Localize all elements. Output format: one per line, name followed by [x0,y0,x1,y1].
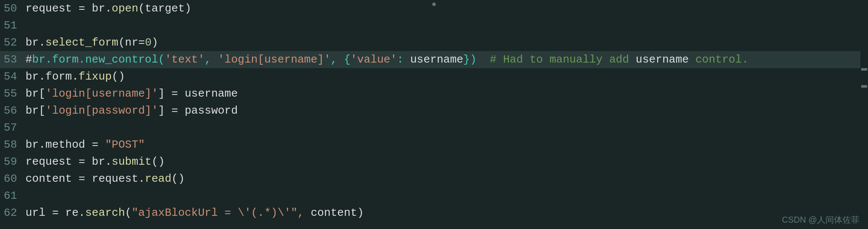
line-content-58: br.method = "POST" [26,136,860,153]
line-number-52: 52 [0,34,26,51]
line-number-55: 55 [0,85,26,102]
line-number-58: 58 [0,136,26,153]
code-line-50: 50 request = br.open(target) [0,0,860,17]
line-number-62: 62 [0,204,26,221]
code-line-62: 62 url = re.search("ajaxBlockUrl = \'(.*… [0,204,860,221]
line-content-57 [26,119,860,136]
line-number-51: 51 [0,17,26,34]
line-number-59: 59 [0,153,26,170]
code-line-51: 51 [0,17,860,34]
code-line-61: 61 [0,187,860,204]
line-content-61 [26,187,860,204]
line-content-59: request = br.submit() [26,153,860,170]
line-number-54: 54 [0,68,26,85]
line-number-53: 53 [0,51,26,68]
line-content-51 [26,17,860,34]
code-line-56: 56 br['login[password]'] = password [0,102,860,119]
code-line-57: 57 [0,119,860,136]
line-content-56: br['login[password]'] = password [26,102,860,119]
code-line-52: 52 br.select_form(nr=0) [0,34,860,51]
line-number-61: 61 [0,187,26,204]
line-content-55: br['login[username]'] = username [26,85,860,102]
line-content-54: br.form.fixup() [26,68,860,85]
scrollbar-track[interactable] [860,0,868,229]
watermark: CSDN @人间体佐菲 [782,214,859,226]
code-line-53: 53 #br.form.new_control('text', 'login[u… [0,51,860,68]
line-content-50: request = br.open(target) [26,0,860,17]
code-area[interactable]: 50 request = br.open(target) 51 52 br.se… [0,0,860,229]
code-line-54: 54 br.form.fixup() [0,68,860,85]
code-line-58: 58 br.method = "POST" [0,136,860,153]
line-number-56: 56 [0,102,26,119]
line-content-60: content = request.read() [26,170,860,187]
line-number-50: 50 [0,0,26,17]
code-line-60: 60 content = request.read() [0,170,860,187]
code-editor: 50 request = br.open(target) 51 52 br.se… [0,0,868,229]
line-content-53: #br.form.new_control('text', 'login[user… [26,51,860,68]
line-number-60: 60 [0,170,26,187]
code-line-55: 55 br['login[username]'] = username [0,85,860,102]
line-content-52: br.select_form(nr=0) [26,34,860,51]
line-number-57: 57 [0,119,26,136]
code-line-59: 59 request = br.submit() [0,153,860,170]
line-content-62: url = re.search("ajaxBlockUrl = \'(.*)\'… [26,204,860,221]
scrollbar-thumb-bottom [861,85,867,88]
scrollbar-thumb-top [861,68,867,71]
